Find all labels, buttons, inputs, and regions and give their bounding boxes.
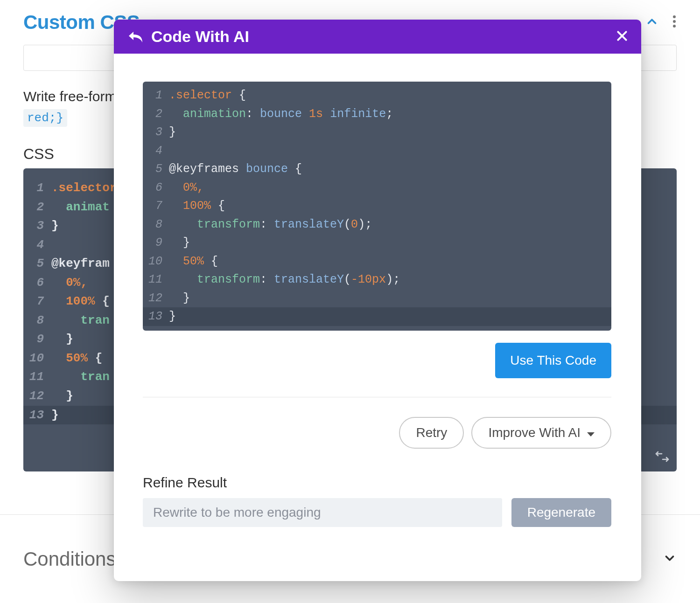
- modal-title: Code With AI: [151, 28, 616, 46]
- line-number: 9: [143, 234, 169, 252]
- code-content: }: [169, 123, 611, 142]
- line-number: 1: [23, 179, 51, 198]
- line-number: 4: [143, 142, 169, 160]
- svg-point-0: [673, 15, 676, 18]
- code-content: .selector {: [169, 86, 611, 105]
- code-content: }: [169, 307, 611, 326]
- code-content: @keyframes bounce {: [169, 160, 611, 179]
- line-number: 6: [23, 273, 51, 292]
- code-line: 4: [143, 142, 611, 160]
- line-number: 9: [23, 330, 51, 349]
- line-number: 10: [143, 252, 169, 271]
- chevron-down-icon: [587, 425, 595, 440]
- line-number: 11: [23, 367, 51, 387]
- line-number: 4: [23, 236, 51, 255]
- line-number: 2: [143, 105, 169, 124]
- code-content: 0%,: [169, 179, 611, 197]
- line-number: 13: [23, 406, 51, 425]
- refine-result-label: Refine Result: [143, 475, 611, 491]
- code-line: 6 0%,: [143, 179, 611, 197]
- modal-header: Code With AI: [114, 20, 641, 54]
- expand-icon[interactable]: [663, 551, 677, 567]
- regenerate-button[interactable]: Regenerate: [511, 498, 611, 527]
- code-line: 10 50% {: [143, 252, 611, 271]
- back-icon[interactable]: [127, 30, 143, 44]
- modal-body: 1.selector {2 animation: bounce 1s infin…: [114, 54, 641, 581]
- svg-point-1: [673, 20, 676, 23]
- line-number: 6: [143, 179, 169, 197]
- line-number: 1: [143, 86, 169, 105]
- code-content: [169, 142, 611, 160]
- line-number: 10: [23, 349, 51, 368]
- svg-point-2: [673, 25, 676, 28]
- code-content: animation: bounce 1s infinite;: [169, 105, 611, 124]
- line-number: 12: [143, 289, 169, 308]
- retry-label: Retry: [416, 425, 447, 440]
- generated-code-block[interactable]: 1.selector {2 animation: bounce 1s infin…: [143, 82, 611, 331]
- code-line: 3}: [143, 123, 611, 142]
- code-line: 13}: [143, 307, 611, 326]
- code-content: 100% {: [169, 197, 611, 215]
- code-line: 2 animation: bounce 1s infinite;: [143, 105, 611, 124]
- line-number: 8: [143, 215, 169, 234]
- code-content: }: [169, 289, 611, 308]
- line-number: 8: [23, 311, 51, 330]
- example-chip: red;}: [23, 109, 67, 127]
- line-number: 12: [23, 387, 51, 406]
- code-line: 7 100% {: [143, 197, 611, 215]
- code-line: 8 transform: translateY(0);: [143, 215, 611, 234]
- code-content: }: [169, 234, 611, 252]
- use-this-code-button[interactable]: Use This Code: [495, 343, 611, 378]
- line-number: 3: [23, 216, 51, 236]
- divider: [143, 397, 611, 397]
- refine-input[interactable]: [143, 498, 502, 527]
- code-line: 5@keyframes bounce {: [143, 160, 611, 179]
- code-line: 1.selector {: [143, 86, 611, 105]
- resize-icon[interactable]: [654, 450, 670, 465]
- line-number: 2: [23, 198, 51, 217]
- code-content: transform: translateY(-10px);: [169, 270, 611, 289]
- line-number: 3: [143, 123, 169, 142]
- collapse-icon[interactable]: [645, 14, 659, 30]
- code-line: 9 }: [143, 234, 611, 252]
- line-number: 5: [143, 160, 169, 179]
- code-content: 50% {: [169, 252, 611, 271]
- close-icon[interactable]: [616, 28, 628, 46]
- improve-with-ai-button[interactable]: Improve With AI: [471, 417, 611, 449]
- refine-row: Regenerate: [143, 498, 611, 527]
- code-with-ai-modal: Code With AI 1.selector {2 animation: bo…: [114, 20, 641, 581]
- more-options-icon[interactable]: [672, 14, 677, 30]
- section-header-actions: [645, 14, 677, 30]
- line-number: 5: [23, 254, 51, 273]
- code-line: 12 }: [143, 289, 611, 308]
- line-number: 13: [143, 307, 169, 326]
- retry-button[interactable]: Retry: [399, 417, 464, 449]
- svg-marker-7: [587, 432, 595, 437]
- code-content: transform: translateY(0);: [169, 215, 611, 234]
- code-line: 11 transform: translateY(-10px);: [143, 270, 611, 289]
- improve-label: Improve With AI: [488, 425, 581, 440]
- use-code-row: Use This Code: [143, 343, 611, 397]
- line-number: 7: [23, 292, 51, 311]
- line-number: 7: [143, 197, 169, 215]
- action-row: Retry Improve With AI: [143, 417, 611, 449]
- line-number: 11: [143, 270, 169, 289]
- conditions-title: Conditions: [23, 548, 116, 570]
